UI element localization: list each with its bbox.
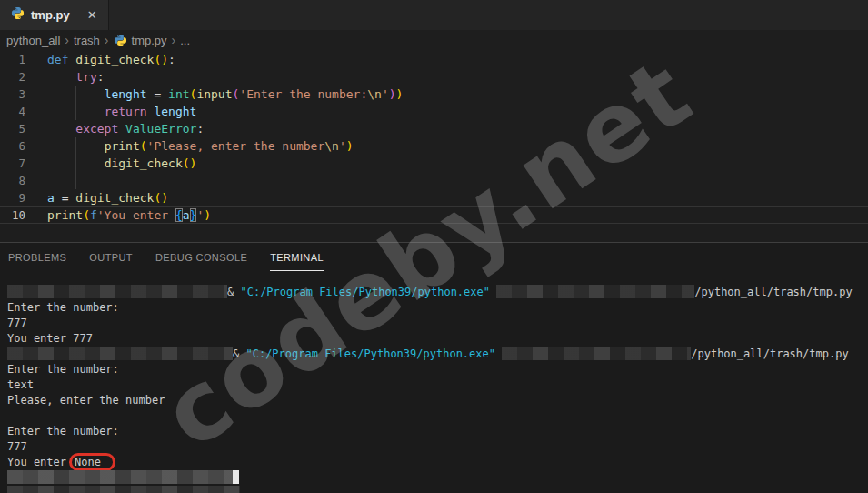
code-text: return lenght <box>47 103 196 120</box>
terminal-line-3: 777 <box>7 316 868 331</box>
line-number: 7 <box>0 155 25 172</box>
terminal-line-4: You enter 777 <box>7 331 868 347</box>
breadcrumb: python_all›trash› tmp.py›... <box>0 30 868 50</box>
indent-guide <box>75 172 76 189</box>
code-text: lenght = int(input('Enter the number:\n'… <box>47 86 403 103</box>
terminal-line-12: You enterNone <box>7 455 868 470</box>
breadcrumb-item-[interactable]: ... <box>180 34 190 47</box>
line-number: 3 <box>0 86 25 103</box>
terminal-line-2: Enter the number: <box>7 300 868 316</box>
code-line-10: 10print(f'You enter {a}') <box>0 206 868 224</box>
terminal-line-5: & "C:/Program Files/Python39/python.exe"… <box>7 347 868 362</box>
line-number: 9 <box>0 189 25 206</box>
code-text: a = digit_check() <box>47 189 168 206</box>
code-line-7: 7 digit_check() <box>0 155 868 172</box>
chevron-right-icon: › <box>105 33 109 47</box>
bottom-panel: PROBLEMSOUTPUTDEBUG CONSOLETERMINAL & "C… <box>0 242 868 493</box>
code-text: try: <box>47 68 105 86</box>
redacted-blur-block <box>7 486 240 493</box>
terminal-line-11: 777 <box>7 439 868 455</box>
code-line-9: 9a = digit_check() <box>0 189 868 206</box>
terminal-line-14 <box>7 486 868 493</box>
redacted-blur-block <box>7 470 233 484</box>
breadcrumb-label: trash <box>74 34 100 47</box>
panel-tab-debug-console[interactable]: DEBUG CONSOLE <box>155 248 247 271</box>
python-icon <box>11 6 25 24</box>
chevron-right-icon: › <box>65 33 69 47</box>
code-text: print(f'You enter {a}') <box>47 207 211 223</box>
line-number: 6 <box>0 137 25 155</box>
code-editor[interactable]: 1def digit_check():2 try:3 lenght = int(… <box>0 50 868 242</box>
line-number: 2 <box>0 68 25 86</box>
tab-bar: tmp.py ✕ <box>0 0 868 30</box>
code-line-8: 8 <box>0 172 868 189</box>
terminal-line-7: text <box>7 377 868 393</box>
close-icon[interactable]: ✕ <box>87 8 97 22</box>
code-line-2: 2 try: <box>0 68 868 86</box>
line-number: 5 <box>0 120 25 137</box>
breadcrumb-item-python_all[interactable]: python_all <box>6 34 60 47</box>
redacted-blur-block <box>502 347 691 360</box>
breadcrumb-label: ... <box>180 34 190 47</box>
terminal-line-1: & "C:/Program Files/Python39/python.exe"… <box>7 285 868 300</box>
python-icon <box>114 34 127 47</box>
breadcrumb-item-tmppy[interactable]: tmp.py <box>114 34 167 47</box>
indent-guide <box>75 155 76 172</box>
breadcrumb-label: tmp.py <box>132 34 167 47</box>
tab-tmp-py[interactable]: tmp.py ✕ <box>0 0 109 30</box>
code-line-1: 1def digit_check(): <box>0 51 868 68</box>
indent-guide <box>75 86 76 103</box>
redacted-blur-block <box>496 285 694 298</box>
code-line-5: 5 except ValueError: <box>0 120 868 137</box>
code-text: print('Please, enter the number\n') <box>47 137 354 155</box>
line-number: 8 <box>0 172 25 189</box>
code-line-3: 3 lenght = int(input('Enter the number:\… <box>0 86 868 103</box>
panel-tab-output[interactable]: OUTPUT <box>89 248 133 271</box>
panel-tabs: PROBLEMSOUTPUTDEBUG CONSOLETERMINAL <box>0 243 868 276</box>
terminal[interactable]: & "C:/Program Files/Python39/python.exe"… <box>0 276 868 493</box>
panel-tab-terminal[interactable]: TERMINAL <box>270 248 324 271</box>
terminal-line-8: Please, enter the number <box>7 393 868 408</box>
line-number: 1 <box>0 51 25 68</box>
red-ellipse-annotation: None <box>69 453 115 471</box>
breadcrumb-label: python_all <box>6 34 60 47</box>
panel-tab-problems[interactable]: PROBLEMS <box>8 248 66 271</box>
terminal-line-13 <box>7 470 868 486</box>
terminal-line-10: Enter the number: <box>7 424 868 439</box>
code-line-6: 6 print('Please, enter the number\n') <box>0 137 868 155</box>
code-line-4: 4 return lenght <box>0 103 868 120</box>
code-text: except ValueError: <box>47 120 204 137</box>
tab-title: tmp.py <box>31 8 70 22</box>
terminal-line-9 <box>7 408 868 424</box>
redacted-blur-block <box>7 347 233 360</box>
indent-guide <box>75 137 76 155</box>
code-text: digit_check() <box>47 155 196 172</box>
terminal-line-6: Enter the number: <box>7 362 868 377</box>
line-number: 4 <box>0 103 25 120</box>
redacted-blur-block <box>7 285 227 298</box>
line-number: 10 <box>0 207 25 223</box>
code-text: def digit_check(): <box>47 51 175 68</box>
chevron-right-icon: › <box>172 33 176 47</box>
python-icon <box>11 6 25 20</box>
terminal-cursor <box>233 470 239 484</box>
breadcrumb-item-trash[interactable]: trash <box>74 34 100 47</box>
indent-guide <box>75 103 76 120</box>
